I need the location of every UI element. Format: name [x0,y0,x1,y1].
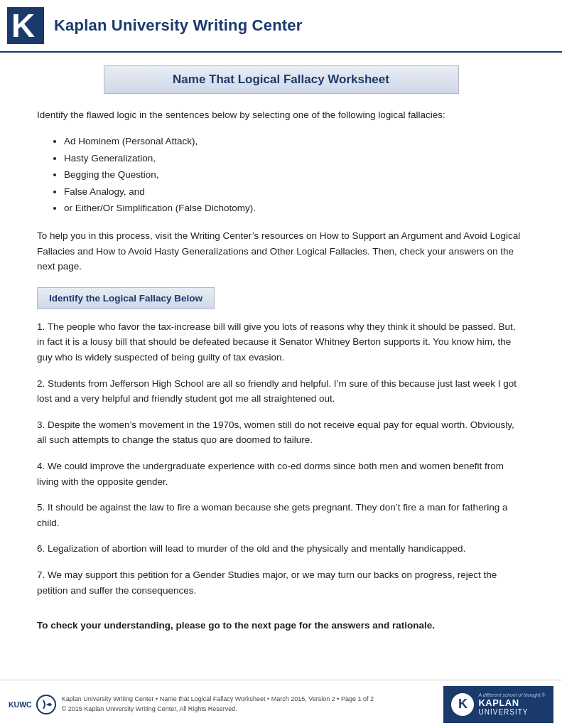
page-title-box: Name That Logical Fallacy Worksheet [104,65,459,94]
svg-text:K: K [11,7,35,44]
list-item: Hasty Generalization, [64,150,525,167]
footer: KUWC Kaplan University Writing Center • … [0,680,562,728]
header-title: Kaplan University Writing Center [54,16,303,35]
kaplan-circle-logo: K [451,693,474,716]
intro-text: Identify the flawed logic in the sentenc… [37,108,525,123]
footer-right: K A different school of thought.® KAPLAN… [443,686,553,723]
kaplan-k-logo: K [7,7,44,44]
list-item: False Analogy, and [64,183,525,200]
content-area: Identify the flawed logic in the sentenc… [0,108,562,633]
kaplan-k-icon: K [458,697,468,712]
kuwc-label: KUWC [9,700,32,709]
question-5: 5. It should be against the law to fire … [37,500,525,530]
kaplan-university-label: UNIVERSITY [478,708,528,716]
page-title: Name That Logical Fallacy Worksheet [173,73,389,86]
header: K Kaplan University Writing Center [0,0,562,53]
fallacies-list: Ad Hominem (Personal Attack), Hasty Gene… [37,133,525,217]
footer-text-block: Kaplan University Writing Center • Name … [62,695,374,714]
closing-text: To check your understanding, please go t… [37,618,525,633]
list-item: Ad Hominem (Personal Attack), [64,133,525,150]
question-6: 6. Legalization of abortion will lead to… [37,541,525,557]
section-label: Identify the Logical Fallacy Below [49,293,202,304]
list-item: or Either/Or Simplification (False Dicho… [64,200,525,217]
question-2: 2. Students from Jefferson High School a… [37,376,525,407]
kaplan-brand-name: KAPLAN [478,698,519,708]
question-4: 4. We could improve the undergraduate ex… [37,459,525,489]
kaplan-tagline: A different school of thought.® [478,692,545,697]
list-item: Begging the Question, [64,166,525,183]
footer-line1: Kaplan University Writing Center • Name … [62,695,374,705]
question-7: 7. We may support this petition for a Ge… [37,567,525,598]
question-1: 1. The people who favor the tax-increase… [37,319,525,365]
question-3: 3. Despite the women’s movement in the 1… [37,417,525,448]
visit-text: To help you in this process, visit the W… [37,228,525,274]
kuwc-circle-icon [36,695,56,714]
footer-line2: © 2015 Kaplan University Writing Center,… [62,705,374,714]
kaplan-text-block: A different school of thought.® KAPLAN U… [478,692,545,716]
footer-left: KUWC Kaplan University Writing Center • … [9,695,443,714]
section-label-box: Identify the Logical Fallacy Below [37,287,215,309]
page-title-wrap: Name That Logical Fallacy Worksheet [28,65,534,94]
